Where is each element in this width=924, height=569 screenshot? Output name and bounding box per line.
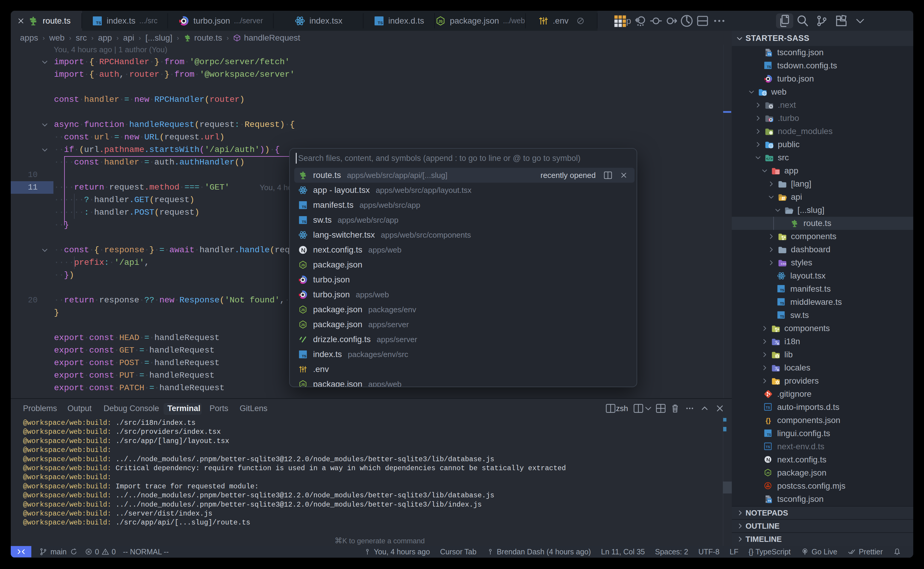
svg-text:TS: TS [780, 315, 784, 318]
svg-text:A: A [777, 368, 779, 372]
svg-text:TS: TS [378, 21, 383, 25]
svg-text:JS: JS [766, 471, 770, 475]
svg-text:TS: TS [767, 65, 771, 68]
svg-text:TS: TS [302, 354, 306, 358]
svg-text:TS: TS [780, 288, 784, 292]
svg-text:TS: TS [766, 406, 770, 409]
svg-text:TS: TS [767, 433, 771, 437]
svg-text:TS: TS [780, 301, 784, 305]
svg-text:JS: JS [438, 19, 443, 23]
svg-text:CSS: CSS [781, 262, 786, 265]
svg-text:TS: TS [766, 445, 770, 449]
svg-text:TS: TS [302, 220, 306, 224]
svg-text:</>: </> [766, 157, 773, 161]
svg-text:JS: JS [301, 323, 305, 327]
svg-text:TS: TS [302, 205, 306, 209]
svg-text:TS: TS [96, 21, 101, 25]
svg-text:TS: TS [768, 53, 772, 56]
svg-text:JS: JS [301, 263, 305, 267]
svg-text:A: A [777, 342, 779, 345]
svg-text:JS: JS [301, 383, 305, 386]
svg-text:{}: {} [766, 417, 771, 424]
svg-text:TS: TS [768, 499, 772, 502]
svg-text:JS: JS [301, 308, 305, 312]
